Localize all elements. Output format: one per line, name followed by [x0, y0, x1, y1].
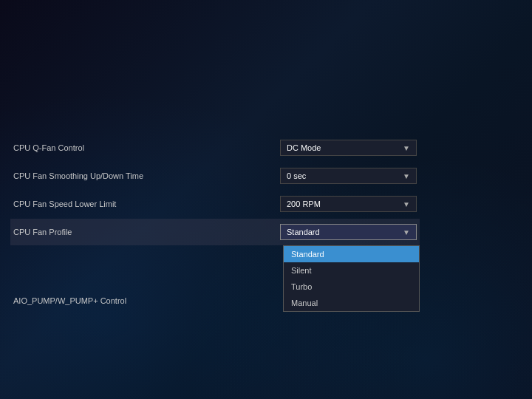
dropdown-arrow-icon-2: ▼ [403, 172, 410, 180]
setting-row-cpu-qfan: CPU Q-Fan Control DC Mode ▼ [10, 134, 420, 161]
dropdown-option-standard[interactable]: Standard [284, 246, 419, 262]
dropdown-option-turbo[interactable]: Turbo [284, 279, 419, 295]
dropdown-option-manual[interactable]: Manual [284, 295, 419, 311]
fan-profile-dropdown[interactable]: Standard ▼ [280, 224, 417, 240]
dropdown-option-silent[interactable]: Silent [284, 262, 419, 279]
setting-row-speed-limit: CPU Fan Speed Lower Limit 200 RPM ▼ [10, 191, 420, 217]
dropdown-arrow-icon-3: ▼ [403, 200, 410, 208]
fan-profile-dropdown-menu[interactable]: Standard Silent Turbo Manual [283, 245, 420, 312]
dropdown-arrow-icon-4: ▼ [403, 228, 410, 236]
setting-row-smoothing: CPU Fan Smoothing Up/Down Time 0 sec ▼ [10, 163, 420, 189]
setting-row-fan-profile: CPU Fan Profile Standard ▼ Standard Sile… [10, 219, 420, 245]
cpu-qfan-dropdown[interactable]: DC Mode ▼ [280, 140, 417, 156]
speed-limit-dropdown[interactable]: 200 RPM ▼ [280, 196, 417, 212]
dropdown-arrow-icon: ▼ [403, 144, 410, 152]
smoothing-dropdown[interactable]: 0 sec ▼ [280, 168, 417, 184]
